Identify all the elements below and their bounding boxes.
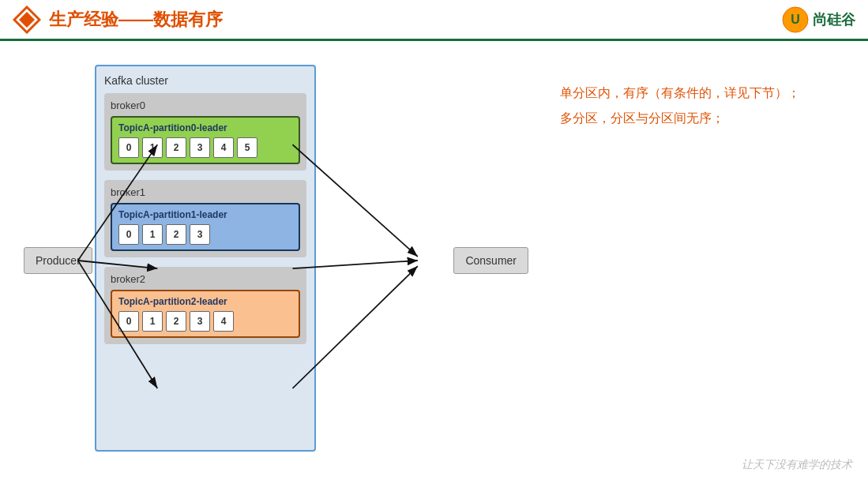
producer-box: Producer [24,247,92,274]
cell-p0-5: 5 [237,137,257,158]
cell-p1-2: 2 [166,224,186,245]
partition0-title: TopicA-partition0-leader [118,122,292,133]
broker2-box: broker2 TopicA-partition2-leader 0 1 2 3… [104,267,306,344]
producer-label: Producer [36,254,81,267]
partition2-box: TopicA-partition2-leader 0 1 2 3 4 [111,290,300,338]
header-left: 生产经验——数据有序 [13,6,223,34]
cell-p2-1: 1 [142,311,163,332]
consumer-box: Consumer [453,247,528,274]
partition2-title: TopicA-partition2-leader [118,296,292,307]
partition1-title: TopicA-partition1-leader [118,209,292,220]
main-content: Producer Kafka cluster broker0 TopicA-pa… [0,41,868,480]
partition0-box: TopicA-partition0-leader 0 1 2 3 4 5 [111,116,300,164]
partition0-cells: 0 1 2 3 4 5 [118,137,292,158]
diamond-icon [13,6,41,34]
broker2-label: broker2 [111,273,300,285]
brand-icon: U [781,6,810,34]
watermark: 让天下没有难学的技术 [742,458,852,472]
cell-p0-2: 2 [166,137,186,158]
partition1-cells: 0 1 2 3 [118,224,292,245]
partition2-cells: 0 1 2 3 4 [118,311,292,332]
header: 生产经验——数据有序 U 尚硅谷 [0,0,868,41]
brand-name: 尚硅谷 [813,10,855,29]
cell-p2-0: 0 [118,311,139,332]
info-line2: 多分区，分区与分区间无序； [560,106,844,131]
cell-p1-1: 1 [142,224,163,245]
broker1-box: broker1 TopicA-partition1-leader 0 1 2 3 [104,180,306,257]
cell-p1-3: 3 [190,224,210,245]
cell-p0-4: 4 [213,137,234,158]
cell-p0-0: 0 [118,137,139,158]
cell-p2-4: 4 [213,311,234,332]
kafka-cluster: Kafka cluster broker0 TopicA-partition0-… [95,65,316,452]
cell-p2-3: 3 [190,311,210,332]
partition1-box: TopicA-partition1-leader 0 1 2 3 [111,203,300,251]
broker1-label: broker1 [111,186,300,198]
consumer-label: Consumer [465,254,517,267]
broker0-box: broker0 TopicA-partition0-leader 0 1 2 3… [104,93,306,171]
broker0-label: broker0 [111,99,300,111]
cell-p2-2: 2 [166,311,186,332]
svg-text:U: U [791,13,800,26]
brand-logo: U 尚硅谷 [781,6,855,34]
cell-p0-3: 3 [190,137,210,158]
diagram-area: Producer Kafka cluster broker0 TopicA-pa… [24,57,544,464]
text-area: 单分区内，有序（有条件的，详见下节）； 多分区，分区与分区间无序； [544,57,844,464]
cell-p0-1: 1 [142,137,163,158]
kafka-cluster-label: Kafka cluster [104,74,306,87]
page-title: 生产经验——数据有序 [49,8,223,32]
info-line1: 单分区内，有序（有条件的，详见下节）； [560,81,844,106]
cell-p1-0: 0 [118,224,139,245]
